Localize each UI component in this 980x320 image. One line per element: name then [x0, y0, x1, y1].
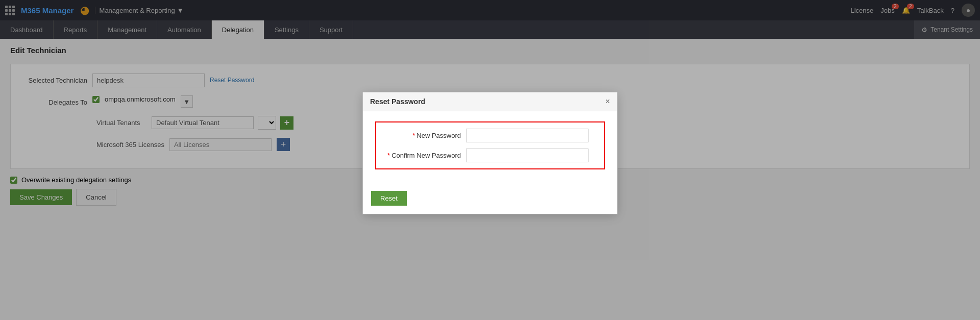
- new-password-label: *New Password: [384, 132, 461, 139]
- new-password-row: *New Password: [384, 129, 596, 142]
- modal-overlay: Reset Password × *New Password *Confirm …: [0, 0, 980, 320]
- confirm-password-row: *Confirm New Password: [384, 149, 596, 162]
- modal-close-button[interactable]: ×: [605, 97, 610, 106]
- reset-password-modal: Reset Password × *New Password *Confirm …: [362, 92, 618, 214]
- modal-footer: Reset: [363, 187, 617, 214]
- password-field-group: *New Password *Confirm New Password: [375, 121, 605, 169]
- modal-header: Reset Password ×: [363, 92, 617, 111]
- required-star-2: *: [387, 152, 390, 159]
- confirm-password-label: *Confirm New Password: [384, 152, 461, 159]
- required-star: *: [412, 132, 415, 139]
- modal-title: Reset Password: [370, 97, 425, 106]
- confirm-password-input[interactable]: [466, 149, 589, 162]
- new-password-input[interactable]: [466, 129, 589, 142]
- modal-body: *New Password *Confirm New Password: [363, 111, 617, 187]
- modal-reset-button[interactable]: Reset: [371, 191, 407, 206]
